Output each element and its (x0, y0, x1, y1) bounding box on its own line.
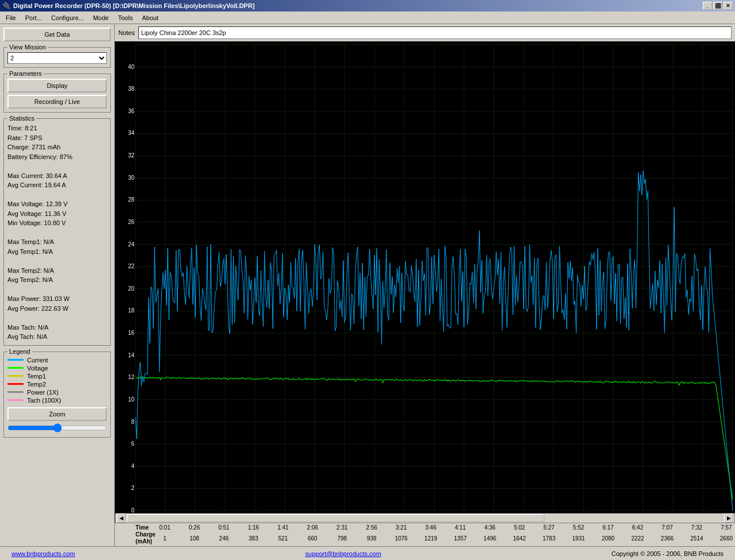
time-value: 7:57 (718, 524, 735, 531)
charge-value: 2222 (629, 535, 647, 542)
charge-value: 1931 (570, 535, 587, 542)
zoom-slider[interactable] (7, 423, 107, 432)
stat-line: Avg Tach: N/A (7, 332, 107, 342)
zoom-button[interactable]: Zoom (7, 407, 107, 421)
legend-item: Temp1 (7, 373, 107, 380)
charge-value: 2660 (718, 535, 735, 542)
x-axis-area: Time 0:010:260:511:161:412:062:312:563:2… (115, 523, 735, 546)
legend-color-bar (7, 399, 24, 401)
menu-file[interactable]: File (2, 13, 20, 22)
menu-about[interactable]: About (138, 13, 162, 22)
legend-item: Tach (100X) (7, 397, 107, 404)
menu-tools[interactable]: Tools (114, 13, 136, 22)
legend-item: Current (7, 357, 107, 364)
menu-port[interactable]: Port... (22, 13, 45, 22)
charge-row: Charge (mAh) 110824638352166079893810761… (136, 531, 735, 545)
time-value: 2:06 (304, 524, 321, 531)
scroll-right-button[interactable]: ▶ (724, 513, 733, 523)
charge-value: 1 (156, 535, 173, 542)
time-value: 0:51 (215, 524, 233, 531)
legend-label: Current (27, 357, 48, 364)
scrollbar-area[interactable]: ◀ ▶ (115, 513, 735, 523)
statistics-title: Statistics (7, 115, 36, 122)
chart-wrapper (115, 41, 735, 513)
stat-line: Avg Temp2: N/A (7, 275, 107, 285)
charge-value: 2080 (599, 535, 617, 542)
parameters-group: Parameters Display Recording / Live (3, 74, 111, 113)
time-value: 5:52 (570, 524, 587, 531)
footer-website[interactable]: www.bnbproducts.com (11, 550, 75, 557)
charge-value: 1219 (422, 535, 439, 542)
legend-color-bar (7, 367, 24, 369)
legend-label: Tach (100X) (27, 397, 61, 404)
notes-input[interactable] (138, 26, 732, 39)
charge-value: 798 (334, 535, 351, 542)
stat-line: Battery Efficiency: 87% (7, 152, 107, 162)
charge-value: 1783 (540, 535, 558, 542)
stat-line: Max Tach: N/A (7, 323, 107, 333)
stat-line: Rate: 7 SPS (7, 133, 107, 143)
time-value: 1:41 (274, 524, 292, 531)
time-value: 4:36 (481, 524, 498, 531)
time-value: 4:11 (452, 524, 469, 531)
stat-line (7, 285, 107, 295)
legend-color-bar (7, 383, 24, 385)
scrollbar-thumb[interactable] (127, 514, 544, 522)
stat-line: Max Temp1: N/A (7, 237, 107, 247)
time-row: Time 0:010:260:511:161:412:062:312:563:2… (136, 524, 735, 531)
time-value: 2:56 (363, 524, 380, 531)
menu-bar: File Port... Configure... Mode Tools Abo… (0, 11, 735, 24)
close-button[interactable]: ✕ (724, 2, 733, 10)
display-button[interactable]: Display (7, 79, 107, 92)
footer-email[interactable]: support@bnbproducts.com (305, 550, 381, 557)
time-value: 7:07 (659, 524, 676, 531)
menu-mode[interactable]: Mode (90, 13, 113, 22)
stat-line (7, 313, 107, 323)
legend-label: Power (1X) (27, 389, 59, 396)
minimize-button[interactable]: _ (703, 2, 712, 10)
charge-value: 660 (304, 535, 321, 542)
charge-values: 1108246383521660798938107612191357149616… (156, 535, 735, 542)
title-bar: 🔌 Digital Power Recorder (DPR-50) [D:\DP… (0, 0, 735, 11)
chart-area: Notes ◀ ▶ Time 0:010:260:511:161:412:062… (115, 24, 735, 546)
charge-value: 521 (274, 535, 292, 542)
legend-label: Temp1 (27, 373, 46, 380)
charge-value: 383 (245, 535, 262, 542)
time-value: 3:46 (422, 524, 439, 531)
legend-title: Legend (7, 348, 32, 355)
charge-label: Charge (mAh) (136, 531, 156, 545)
scroll-left-button[interactable]: ◀ (117, 513, 126, 523)
legend-group: Legend CurrentVoltageTemp1Temp2Power (1X… (3, 352, 111, 438)
notes-label: Notes (118, 29, 135, 36)
maximize-button[interactable]: ⬛ (713, 2, 722, 10)
statistics-group: Statistics Time: 8:21Rate: 7 SPSCharge: … (3, 118, 111, 346)
stat-line: Avg Current: 19.64 A (7, 180, 107, 190)
notes-bar: Notes (115, 24, 735, 41)
parameters-title: Parameters (7, 70, 44, 77)
view-mission-title: View Mission (7, 44, 48, 51)
stat-line: Min Voltage: 10.80 V (7, 218, 107, 228)
legend-color-bar (7, 375, 24, 377)
charge-value: 108 (185, 535, 203, 542)
left-panel: Get Data View Mission 2 1 3 Parameters D… (0, 24, 115, 546)
title-bar-text: Digital Power Recorder (DPR-50) [D:\DPR\… (13, 2, 254, 9)
charge-value: 1642 (511, 535, 528, 542)
stat-line (7, 256, 107, 266)
legend-label: Temp2 (27, 381, 46, 388)
charge-value: 246 (215, 535, 233, 542)
view-mission-select[interactable]: 2 1 3 (7, 52, 107, 64)
recording-live-button[interactable]: Recording / Live (7, 95, 107, 109)
time-value: 1:16 (245, 524, 262, 531)
time-values: 0:010:260:511:161:412:062:312:563:213:46… (156, 524, 735, 531)
get-data-button[interactable]: Get Data (3, 28, 111, 41)
time-label: Time (136, 524, 156, 531)
legend-items: CurrentVoltageTemp1Temp2Power (1X)Tach (… (7, 357, 107, 404)
stats-lines: Time: 8:21Rate: 7 SPSCharge: 2731 mAhBat… (7, 123, 107, 342)
legend-label: Voltage (27, 365, 48, 372)
footer-copyright: Copyright © 2005 - 2006, BNB Products (612, 550, 724, 557)
stat-line: Time: 8:21 (7, 123, 107, 133)
menu-configure[interactable]: Configure... (48, 13, 87, 22)
stat-line: Max Current: 30.64 A (7, 171, 107, 181)
stat-line: Max Temp2: N/A (7, 266, 107, 276)
charge-value: 2514 (688, 535, 705, 542)
